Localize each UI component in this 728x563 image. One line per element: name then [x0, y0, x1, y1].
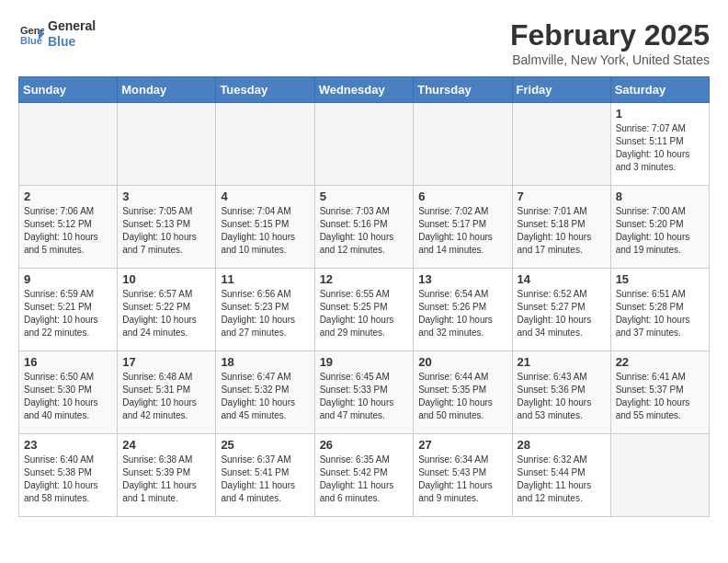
calendar-week-row: 9Sunrise: 6:59 AM Sunset: 5:21 PM Daylig… [19, 269, 710, 351]
day-number: 14 [518, 272, 606, 286]
weekday-header: Tuesday [216, 77, 314, 103]
day-number: 12 [320, 272, 409, 286]
calendar-cell: 15Sunrise: 6:51 AM Sunset: 5:28 PM Dayli… [610, 269, 709, 351]
calendar-cell: 27Sunrise: 6:34 AM Sunset: 5:43 PM Dayli… [414, 434, 512, 517]
day-number: 20 [418, 355, 506, 369]
day-info: Sunrise: 7:04 AM Sunset: 5:15 PM Dayligh… [221, 205, 309, 257]
calendar-cell [118, 103, 216, 186]
calendar-cell: 28Sunrise: 6:32 AM Sunset: 5:44 PM Dayli… [512, 434, 610, 517]
calendar-cell [610, 434, 709, 517]
day-number: 26 [320, 438, 409, 452]
day-number: 28 [518, 438, 606, 452]
calendar-cell [216, 103, 314, 186]
logo: General Blue General Blue [18, 18, 96, 50]
calendar-cell: 3Sunrise: 7:05 AM Sunset: 5:13 PM Daylig… [118, 186, 216, 269]
day-number: 1 [616, 107, 704, 121]
day-number: 23 [24, 438, 112, 452]
day-number: 5 [320, 190, 409, 203]
calendar-cell: 7Sunrise: 7:01 AM Sunset: 5:18 PM Daylig… [512, 186, 610, 269]
calendar-cell: 23Sunrise: 6:40 AM Sunset: 5:38 PM Dayli… [19, 434, 118, 517]
day-info: Sunrise: 6:47 AM Sunset: 5:32 PM Dayligh… [221, 371, 309, 422]
logo-general: General [48, 18, 96, 34]
day-number: 13 [418, 272, 506, 286]
day-number: 16 [24, 355, 112, 369]
calendar: SundayMondayTuesdayWednesdayThursdayFrid… [18, 76, 710, 517]
day-info: Sunrise: 6:59 AM Sunset: 5:21 PM Dayligh… [24, 288, 112, 339]
day-info: Sunrise: 7:07 AM Sunset: 5:11 PM Dayligh… [616, 122, 704, 174]
month-year: February 2025 [510, 18, 710, 52]
logo-blue: Blue [48, 34, 96, 50]
weekday-header: Sunday [19, 77, 118, 103]
weekday-header: Thursday [414, 77, 512, 103]
day-info: Sunrise: 6:41 AM Sunset: 5:37 PM Dayligh… [616, 371, 704, 422]
day-number: 18 [221, 355, 309, 369]
day-info: Sunrise: 6:38 AM Sunset: 5:39 PM Dayligh… [122, 454, 210, 505]
calendar-cell: 9Sunrise: 6:59 AM Sunset: 5:21 PM Daylig… [19, 269, 118, 351]
day-number: 15 [616, 272, 704, 286]
day-number: 27 [418, 438, 506, 452]
calendar-cell: 12Sunrise: 6:55 AM Sunset: 5:25 PM Dayli… [314, 269, 414, 351]
day-info: Sunrise: 6:56 AM Sunset: 5:23 PM Dayligh… [221, 288, 309, 339]
day-number: 6 [418, 190, 506, 203]
day-info: Sunrise: 6:48 AM Sunset: 5:31 PM Dayligh… [122, 371, 210, 422]
calendar-cell: 1Sunrise: 7:07 AM Sunset: 5:11 PM Daylig… [610, 103, 709, 186]
calendar-cell: 8Sunrise: 7:00 AM Sunset: 5:20 PM Daylig… [610, 186, 709, 269]
weekday-header: Friday [512, 77, 610, 103]
day-info: Sunrise: 7:03 AM Sunset: 5:16 PM Dayligh… [320, 205, 409, 257]
calendar-week-row: 2Sunrise: 7:06 AM Sunset: 5:12 PM Daylig… [19, 186, 710, 269]
day-number: 22 [616, 355, 704, 369]
calendar-cell: 26Sunrise: 6:35 AM Sunset: 5:42 PM Dayli… [314, 434, 414, 517]
weekday-header: Monday [118, 77, 216, 103]
day-info: Sunrise: 7:05 AM Sunset: 5:13 PM Dayligh… [122, 205, 210, 257]
day-number: 11 [221, 272, 309, 286]
day-info: Sunrise: 6:54 AM Sunset: 5:26 PM Dayligh… [418, 288, 506, 339]
day-number: 25 [221, 438, 309, 452]
day-info: Sunrise: 7:01 AM Sunset: 5:18 PM Dayligh… [518, 205, 606, 257]
calendar-cell: 16Sunrise: 6:50 AM Sunset: 5:30 PM Dayli… [19, 351, 118, 434]
weekday-header: Saturday [610, 77, 709, 103]
calendar-cell: 4Sunrise: 7:04 AM Sunset: 5:15 PM Daylig… [216, 186, 314, 269]
logo-icon: General Blue [18, 21, 44, 47]
weekday-header-row: SundayMondayTuesdayWednesdayThursdayFrid… [19, 77, 710, 103]
day-info: Sunrise: 6:40 AM Sunset: 5:38 PM Dayligh… [24, 454, 112, 505]
day-number: 3 [122, 190, 210, 203]
day-info: Sunrise: 7:02 AM Sunset: 5:17 PM Dayligh… [418, 205, 506, 257]
day-info: Sunrise: 6:52 AM Sunset: 5:27 PM Dayligh… [518, 288, 606, 339]
day-info: Sunrise: 6:45 AM Sunset: 5:33 PM Dayligh… [320, 371, 409, 422]
title-block: February 2025 Balmville, New York, Unite… [510, 18, 710, 67]
calendar-cell [512, 103, 610, 186]
calendar-cell [314, 103, 414, 186]
day-info: Sunrise: 6:51 AM Sunset: 5:28 PM Dayligh… [616, 288, 704, 339]
day-info: Sunrise: 7:00 AM Sunset: 5:20 PM Dayligh… [616, 205, 704, 257]
calendar-cell: 22Sunrise: 6:41 AM Sunset: 5:37 PM Dayli… [610, 351, 709, 434]
calendar-cell: 11Sunrise: 6:56 AM Sunset: 5:23 PM Dayli… [216, 269, 314, 351]
page-header: General Blue General Blue February 2025 … [18, 18, 710, 67]
calendar-week-row: 23Sunrise: 6:40 AM Sunset: 5:38 PM Dayli… [19, 434, 710, 517]
calendar-cell: 17Sunrise: 6:48 AM Sunset: 5:31 PM Dayli… [118, 351, 216, 434]
day-info: Sunrise: 6:35 AM Sunset: 5:42 PM Dayligh… [320, 454, 409, 505]
calendar-cell: 6Sunrise: 7:02 AM Sunset: 5:17 PM Daylig… [414, 186, 512, 269]
calendar-week-row: 1Sunrise: 7:07 AM Sunset: 5:11 PM Daylig… [19, 103, 710, 186]
day-number: 2 [24, 190, 112, 203]
day-info: Sunrise: 6:57 AM Sunset: 5:22 PM Dayligh… [122, 288, 210, 339]
calendar-cell: 14Sunrise: 6:52 AM Sunset: 5:27 PM Dayli… [512, 269, 610, 351]
day-info: Sunrise: 6:43 AM Sunset: 5:36 PM Dayligh… [518, 371, 606, 422]
day-info: Sunrise: 7:06 AM Sunset: 5:12 PM Dayligh… [24, 205, 112, 257]
day-info: Sunrise: 6:50 AM Sunset: 5:30 PM Dayligh… [24, 371, 112, 422]
day-info: Sunrise: 6:44 AM Sunset: 5:35 PM Dayligh… [418, 371, 506, 422]
day-number: 7 [518, 190, 606, 203]
day-number: 4 [221, 190, 309, 203]
day-number: 19 [320, 355, 409, 369]
calendar-cell: 18Sunrise: 6:47 AM Sunset: 5:32 PM Dayli… [216, 351, 314, 434]
day-number: 9 [24, 272, 112, 286]
calendar-cell: 25Sunrise: 6:37 AM Sunset: 5:41 PM Dayli… [216, 434, 314, 517]
weekday-header: Wednesday [314, 77, 414, 103]
day-info: Sunrise: 6:55 AM Sunset: 5:25 PM Dayligh… [320, 288, 409, 339]
calendar-week-row: 16Sunrise: 6:50 AM Sunset: 5:30 PM Dayli… [19, 351, 710, 434]
day-info: Sunrise: 6:37 AM Sunset: 5:41 PM Dayligh… [221, 454, 309, 505]
day-number: 10 [122, 272, 210, 286]
day-number: 8 [616, 190, 704, 203]
calendar-cell: 20Sunrise: 6:44 AM Sunset: 5:35 PM Dayli… [414, 351, 512, 434]
calendar-cell [19, 103, 118, 186]
location: Balmville, New York, United States [510, 52, 710, 67]
